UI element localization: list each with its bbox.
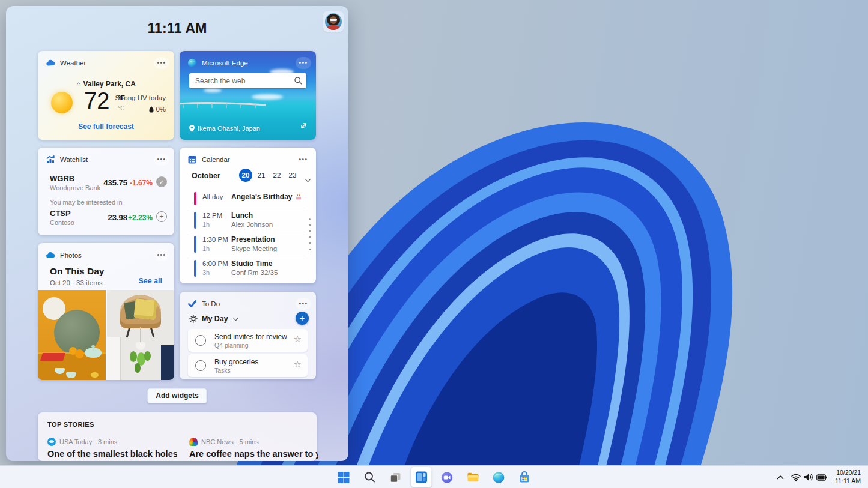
event-subtitle: Conf Rm 32/35 (231, 269, 278, 276)
task-item[interactable]: Send invites for review Q4 planning (188, 329, 308, 352)
task-list-name: Tasks (214, 367, 231, 374)
calendar-more-icon[interactable] (296, 154, 311, 166)
windows-logo-icon (338, 471, 350, 484)
add-widgets-button[interactable]: Add widgets (147, 388, 207, 403)
day-pill-selected[interactable]: 20 (239, 169, 252, 182)
search-icon (363, 471, 375, 483)
stock-price: 435.75 (103, 178, 127, 187)
story-headline: Are coffee naps the answer to your (189, 449, 318, 459)
bridge-photo-detail (180, 101, 266, 110)
top-stories-heading: TOP STORIES (47, 421, 94, 428)
sun-icon (51, 92, 73, 113)
todo-more-icon[interactable] (296, 298, 311, 310)
store-button[interactable] (514, 467, 535, 487)
task-item[interactable]: Buy groceries Tasks (188, 354, 308, 377)
edge-browser-button[interactable] (488, 467, 509, 487)
event-subtitle: Alex Johnson (231, 221, 273, 228)
calendar-expand-chevron-icon[interactable] (306, 173, 310, 184)
weather-title: Weather (60, 59, 86, 67)
search-button[interactable] (359, 467, 380, 487)
task-view-button[interactable] (385, 467, 405, 487)
event-duration: 1h (202, 245, 210, 252)
event-time: 6:00 PM (202, 260, 228, 267)
tray-status-button[interactable] (788, 468, 830, 486)
calendar-event[interactable]: 12 PM 1h Lunch Alex Johnson (189, 208, 306, 232)
news-story[interactable]: NBC News 5 mins Are coffee naps the answ… (189, 438, 318, 459)
stock-name: Contoso (50, 219, 74, 226)
event-subtitle: Skype Meeting (231, 245, 277, 252)
edge-logo-icon (493, 471, 505, 484)
taskbar: 10/20/21 11:11 AM (0, 465, 868, 488)
add-stock-icon[interactable] (156, 211, 167, 222)
photos-subtitle: Oct 20 · 33 items (50, 279, 103, 286)
stock-symbol: WGRB (50, 174, 74, 183)
event-title: Angela's Birthday (231, 193, 302, 201)
watchlist-title: Watchlist (60, 156, 88, 163)
weather-temperature: 72 (84, 88, 109, 114)
unit-celsius[interactable]: °C (115, 105, 127, 112)
tray-date: 10/20/21 (835, 469, 861, 477)
event-duration: 1h (202, 221, 210, 228)
cloud-decoration (252, 94, 283, 100)
wifi-icon (791, 474, 801, 481)
weather-location[interactable]: Valley Park, CA (38, 80, 174, 88)
stock-symbol: CTSP (50, 209, 71, 218)
see-all-link[interactable]: See all (138, 277, 162, 285)
day-pill[interactable]: 22 (270, 169, 284, 182)
my-day-selector[interactable]: My Day (189, 315, 238, 323)
edge-more-icon[interactable] (296, 57, 311, 69)
widgets-button[interactable] (411, 467, 431, 487)
story-age: 3 mins (96, 438, 117, 445)
added-check-icon[interactable] (156, 176, 167, 187)
search-input[interactable] (189, 73, 306, 88)
start-button[interactable] (333, 467, 354, 487)
photos-more-icon[interactable] (154, 249, 169, 261)
search-icon[interactable] (294, 76, 302, 87)
weather-cloud-icon (46, 58, 55, 68)
task-title: Send invites for review (214, 333, 287, 341)
calendar-event[interactable]: All day Angela's Birthday (189, 188, 306, 208)
day-pill[interactable]: 21 (255, 169, 268, 182)
edge-widget: Microsoft Edge Ikema Ohashi, Japan (180, 51, 316, 140)
task-complete-circle[interactable] (195, 335, 206, 346)
folder-icon (466, 471, 479, 484)
calendar-scrollbar[interactable] (309, 218, 311, 255)
event-title: Lunch (231, 211, 253, 220)
tray-clock[interactable]: 10/20/21 11:11 AM (831, 469, 864, 485)
chat-button[interactable] (437, 467, 457, 487)
photo-thumbnail[interactable] (38, 290, 106, 380)
watchlist-more-icon[interactable] (154, 154, 169, 166)
cloud-decoration (204, 88, 222, 92)
account-avatar[interactable] (323, 11, 344, 32)
weather-more-icon[interactable] (154, 57, 169, 69)
droplet-icon (149, 106, 154, 113)
see-full-forecast-link[interactable]: See full forecast (38, 122, 174, 131)
photo-thumbnail[interactable] (107, 290, 175, 380)
calendar-widget: Calendar October 20 21 22 23 All day Ang… (180, 148, 316, 283)
watchlist-chart-icon (46, 155, 55, 164)
event-title: Studio Time (231, 259, 272, 268)
expand-icon[interactable] (300, 121, 308, 132)
battery-icon (816, 474, 827, 481)
news-story[interactable]: USA Today 3 mins One of the smallest bla… (47, 438, 177, 459)
todo-widget: To Do My Day Send invites for review Q4 … (180, 292, 316, 379)
day-pill[interactable]: 23 (286, 169, 299, 182)
task-view-icon (389, 471, 402, 484)
store-bag-icon (518, 471, 531, 484)
usa-today-logo-icon (47, 438, 56, 446)
task-star-icon[interactable] (294, 359, 302, 370)
edge-logo-icon (187, 58, 197, 68)
my-day-chevron-icon (232, 315, 238, 321)
birthday-cake-icon (295, 193, 302, 200)
calendar-event[interactable]: 6:00 PM 3h Studio Time Conf Rm 32/35 (189, 256, 306, 280)
add-task-button[interactable] (296, 312, 309, 325)
task-star-icon[interactable] (294, 334, 302, 345)
tray-chevron-button[interactable] (774, 468, 787, 486)
my-day-sun-icon (189, 315, 198, 323)
calendar-event[interactable]: 1:30 PM 1h Presentation Skype Meeting (189, 232, 306, 256)
photo-grid (38, 290, 174, 380)
file-explorer-button[interactable] (463, 467, 483, 487)
weather-precipitation: 0% (149, 106, 166, 113)
volume-icon (804, 473, 813, 481)
task-complete-circle[interactable] (195, 360, 206, 371)
